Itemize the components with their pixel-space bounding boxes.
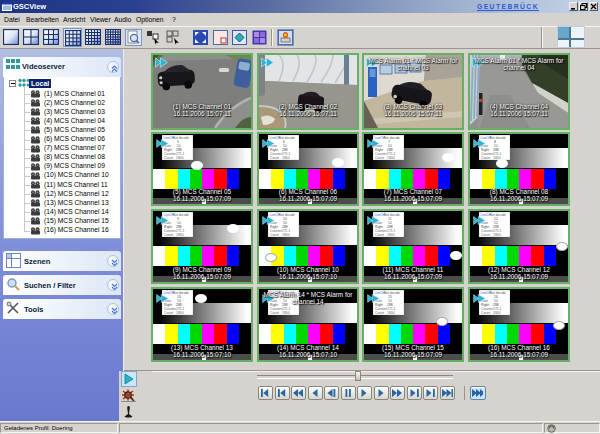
svg-text:Count: Count: [164, 156, 173, 160]
svg-text:1800: 1800: [282, 311, 290, 315]
svg-text:Not decode: Not decode: [173, 136, 189, 140]
svg-text:Not decode: Not decode: [173, 291, 189, 295]
svg-text:Not decode: Not decode: [490, 213, 506, 217]
svg-text:Not decode: Not decode: [384, 291, 400, 295]
svg-text:1800: 1800: [176, 156, 184, 160]
svg-text:Not decode: Not decode: [279, 213, 295, 217]
svg-text:1800: 1800: [387, 156, 395, 160]
svg-text:1800: 1800: [176, 311, 184, 315]
svg-text:Count: Count: [481, 156, 490, 160]
svg-text:1800: 1800: [493, 233, 501, 237]
svg-text:Count: Count: [481, 233, 490, 237]
svg-text:Count: Count: [375, 156, 384, 160]
svg-text:1800: 1800: [282, 233, 290, 237]
svg-text:Count: Count: [270, 233, 279, 237]
svg-text:Count: Count: [375, 311, 384, 315]
svg-text:1800: 1800: [387, 311, 395, 315]
svg-text:Count: Count: [481, 311, 490, 315]
svg-text:Not decode: Not decode: [384, 136, 400, 140]
svg-text:1800: 1800: [282, 156, 290, 160]
svg-text:1800: 1800: [176, 233, 184, 237]
svg-text:Not decode: Not decode: [490, 136, 506, 140]
svg-text:Count: Count: [270, 311, 279, 315]
svg-text:Count: Count: [270, 156, 279, 160]
svg-text:1800: 1800: [493, 311, 501, 315]
svg-text:Count: Count: [164, 311, 173, 315]
svg-text:Not decode: Not decode: [173, 213, 189, 217]
svg-text:Not decode: Not decode: [279, 136, 295, 140]
svg-text:Not decode: Not decode: [490, 291, 506, 295]
svg-text:Count: Count: [164, 233, 173, 237]
svg-text:1800: 1800: [387, 233, 395, 237]
svg-text:Not decode: Not decode: [384, 213, 400, 217]
svg-text:Count: Count: [375, 233, 384, 237]
